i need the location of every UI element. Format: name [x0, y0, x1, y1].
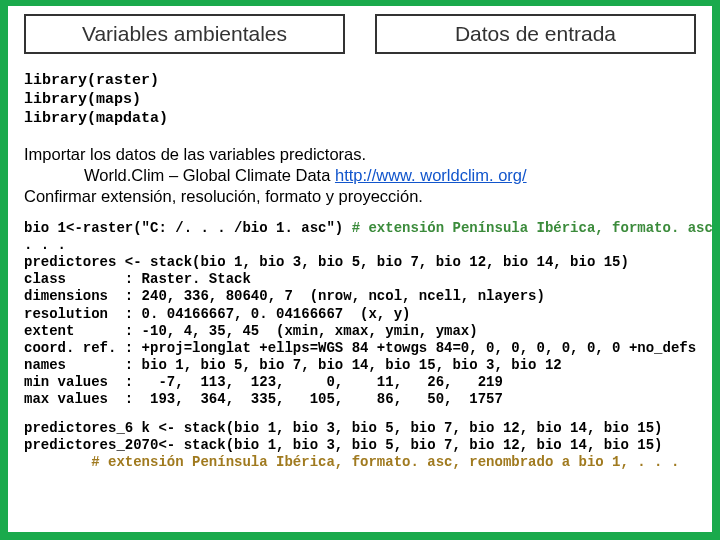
header-row: Variables ambientales Datos de entrada [24, 14, 696, 54]
code-line: resolution : 0. 04166667, 0. 04166667 (x… [24, 306, 410, 322]
code-line: extent : -10, 4, 35, 45 (xmin, xmax, ymi… [24, 323, 478, 339]
code-line: . . . [24, 237, 66, 253]
intro-line-1: Importar los datos de las variables pred… [24, 145, 366, 163]
slide: Variables ambientales Datos de entrada l… [8, 6, 712, 532]
code-line: library(mapdata) [24, 110, 168, 127]
code-line: library(maps) [24, 91, 141, 108]
code-comment: # extensión Península Ibérica, formato. … [343, 220, 713, 236]
intro-paragraph: Importar los datos de las variables pred… [24, 144, 696, 206]
predictores-block: predictores_6 k <- stack(bio 1, bio 3, b… [24, 420, 696, 471]
code-line: predictores_2070<- stack(bio 1, bio 3, b… [24, 437, 663, 453]
code-line: names : bio 1, bio 5, bio 7, bio 14, bio… [24, 357, 562, 373]
intro-worldclim: World.Clim – Global Climate Data [84, 166, 335, 184]
code-line: bio 1<-raster("C: /. . . /bio 1. asc") [24, 220, 343, 236]
code-line: max values : 193, 364, 335, 105, 86, 50,… [24, 391, 503, 407]
title-datos: Datos de entrada [375, 14, 696, 54]
code-line: library(raster) [24, 72, 159, 89]
code-line: min values : -7, 113, 123, 0, 11, 26, 21… [24, 374, 503, 390]
code-line: coord. ref. : +proj=longlat +ellps=WGS 8… [24, 340, 696, 356]
code-line: class : Raster. Stack [24, 271, 251, 287]
intro-line-2: World.Clim – Global Climate Data http://… [24, 165, 527, 186]
worldclim-link[interactable]: http://www. worldclim. org/ [335, 166, 527, 184]
code-comment: # extensión Península Ibérica, formato. … [24, 454, 679, 470]
raster-code-block: bio 1<-raster("C: /. . . /bio 1. asc") #… [24, 220, 696, 408]
code-line: predictores <- stack(bio 1, bio 3, bio 5… [24, 254, 629, 270]
code-line: dimensions : 240, 336, 80640, 7 (nrow, n… [24, 288, 545, 304]
intro-line-3: Confirmar extensión, resolución, formato… [24, 187, 423, 205]
title-variables: Variables ambientales [24, 14, 345, 54]
library-block: library(raster) library(maps) library(ma… [24, 72, 696, 128]
code-line: predictores_6 k <- stack(bio 1, bio 3, b… [24, 420, 663, 436]
